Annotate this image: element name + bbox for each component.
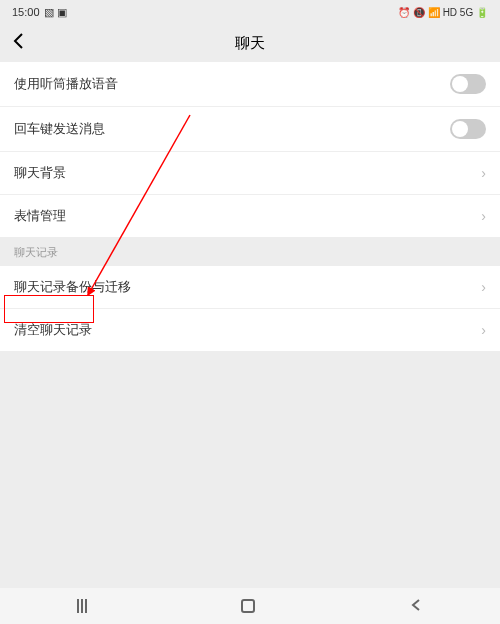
- status-left: 15:00 ▧ ▣: [12, 6, 67, 19]
- system-nav-bar: [0, 588, 500, 624]
- nav-back-button[interactable]: [409, 596, 423, 617]
- item-label: 聊天背景: [14, 164, 66, 182]
- item-chat-background[interactable]: 聊天背景 ›: [0, 152, 500, 195]
- item-clear-records[interactable]: 清空聊天记录 ›: [0, 309, 500, 351]
- toggle-enter-send[interactable]: [450, 119, 486, 139]
- chevron-right-icon: ›: [481, 208, 486, 224]
- item-label: 聊天记录备份与迁移: [14, 278, 131, 296]
- item-label: 清空聊天记录: [14, 321, 92, 339]
- item-backup-migrate[interactable]: 聊天记录备份与迁移 ›: [0, 266, 500, 309]
- status-icon-notif: ▧ ▣: [44, 6, 67, 19]
- back-button[interactable]: [12, 32, 24, 55]
- item-label: 回车键发送消息: [14, 120, 105, 138]
- item-enter-send[interactable]: 回车键发送消息: [0, 107, 500, 152]
- item-label: 表情管理: [14, 207, 66, 225]
- status-icons-right: ⏰ 📵 📶 HD 5G 🔋: [398, 7, 488, 18]
- chevron-right-icon: ›: [481, 279, 486, 295]
- status-time: 15:00: [12, 6, 40, 18]
- toggle-speaker[interactable]: [450, 74, 486, 94]
- section-records: 聊天记录备份与迁移 › 清空聊天记录 ›: [0, 266, 500, 351]
- status-bar: 15:00 ▧ ▣ ⏰ 📵 📶 HD 5G 🔋: [0, 0, 500, 24]
- nav-home-button[interactable]: [241, 599, 255, 613]
- nav-recent-button[interactable]: [77, 599, 87, 613]
- chevron-right-icon: ›: [481, 322, 486, 338]
- item-speaker-playback[interactable]: 使用听筒播放语音: [0, 62, 500, 107]
- page-title: 聊天: [235, 34, 265, 53]
- back-icon: [12, 32, 24, 50]
- nav-bar: 聊天: [0, 24, 500, 62]
- chevron-right-icon: ›: [481, 165, 486, 181]
- section-settings: 使用听筒播放语音 回车键发送消息 聊天背景 › 表情管理 ›: [0, 62, 500, 237]
- item-label: 使用听筒播放语音: [14, 75, 118, 93]
- item-emoji-management[interactable]: 表情管理 ›: [0, 195, 500, 237]
- status-right: ⏰ 📵 📶 HD 5G 🔋: [398, 7, 488, 18]
- section-header-records: 聊天记录: [0, 237, 500, 266]
